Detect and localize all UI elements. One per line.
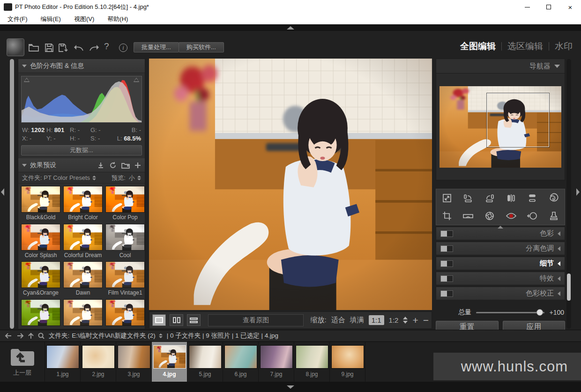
preset-item[interactable]: Film Vintage1 [105,261,145,297]
minimize-button[interactable] [516,0,538,14]
menu-view[interactable]: 视图(V) [74,15,94,23]
right-panel-scrollbar-thumb[interactable] [567,274,571,301]
preset-item-partial[interactable] [105,299,145,327]
preset-item[interactable]: Cyan&Orange [21,261,60,297]
section-color[interactable]: 色彩 [436,227,565,240]
shadow-clipping-icon[interactable] [24,78,30,82]
expand-section-icon[interactable] [558,246,560,251]
zoom-out-button[interactable]: − [423,315,429,325]
back-icon[interactable] [5,333,12,339]
undo-button[interactable] [73,42,85,53]
add-preset-icon[interactable] [134,162,141,169]
redo-button[interactable] [88,42,100,53]
right-panel-scrollbar[interactable] [566,59,571,329]
single-view-button[interactable] [152,314,166,326]
refresh-presets-icon[interactable] [109,162,117,169]
expand-section-icon[interactable] [558,291,560,296]
zoom-fill-button[interactable]: 填满 [350,316,364,325]
expand-section-icon[interactable] [558,261,560,266]
filmstrip-item[interactable]: 7.jpg [259,342,294,382]
collapse-right-panel-arrow[interactable] [576,188,580,196]
section-detail[interactable]: 细节 [436,257,565,270]
preset-item[interactable]: Color Pop [105,186,145,222]
menu-file[interactable]: 文件(F) [7,15,28,23]
resize-tool-icon[interactable] [442,193,452,203]
zoom-1-1-button[interactable]: 1:1 [369,315,384,325]
expand-section-icon[interactable] [558,231,560,236]
close-button[interactable]: × [559,0,581,14]
red-eye-tool-icon[interactable] [506,212,517,220]
section-split-toning[interactable]: 分离色调 [436,242,565,255]
menu-edit[interactable]: 编辑(E) [41,15,61,23]
zoom-fit-button[interactable]: 适合 [331,316,345,325]
search-icon[interactable] [38,333,45,339]
info-button[interactable]: i [117,42,129,53]
section-toggle[interactable] [440,245,453,252]
zoom-1-2-button[interactable]: 1:2 [389,316,399,324]
forward-icon[interactable] [16,333,24,339]
save-as-button[interactable] [57,42,69,53]
filmstrip-item[interactable]: 3.jpg [116,342,152,382]
preview-spinner-icon[interactable] [137,176,141,180]
filmstrip-item[interactable]: 8.jpg [294,342,330,382]
zoom-stepper[interactable] [403,317,408,324]
metadata-button[interactable]: 元数据... [21,145,142,155]
navigator-thumbnail[interactable] [439,86,561,168]
top-collapse-strip[interactable] [0,24,581,31]
filmstrip-item[interactable]: 2.jpg [81,342,116,382]
tab-full-edit[interactable]: 全图编辑 [460,40,496,52]
collapse-left-panel-arrow[interactable] [1,188,4,196]
expand-section-icon[interactable] [558,276,560,281]
aperture-tool-icon[interactable] [484,211,495,221]
import-preset-icon[interactable] [97,162,104,169]
preview-size-select[interactable]: 小 [129,174,135,181]
flip-vertical-tool-icon[interactable] [527,193,537,203]
path-spinner-icon[interactable] [159,333,163,338]
filmstrip-item[interactable]: 5.jpg [187,342,223,382]
preset-item[interactable]: Cool [105,224,145,260]
folder-path[interactable]: E:\临时文件\AI\新建文件夹 (2) [72,332,156,340]
image-canvas[interactable] [149,59,432,310]
filmstrip-item[interactable]: 9.jpg [330,342,365,382]
save-button[interactable] [43,42,55,53]
zoom-in-button[interactable]: + [412,315,418,325]
section-toggle[interactable] [440,275,453,282]
view-original-button[interactable]: 查看原图 [208,314,304,326]
split-horizontal-view-button[interactable] [187,314,201,326]
histogram[interactable] [21,76,142,123]
buy-software-button[interactable]: 购买软件... [179,42,224,52]
batch-process-button[interactable]: 批量处理... [134,42,179,52]
filmstrip-item[interactable]: 1.jpg [45,342,81,382]
tab-watermark[interactable]: 水印 [555,40,573,52]
preset-folder-select[interactable]: PT Color Presets [44,174,90,181]
section-toggle[interactable] [440,230,453,237]
filmstrip-item-selected[interactable]: 4.jpg [152,342,187,382]
tools-collapse-icon[interactable] [498,226,503,229]
flip-horizontal-tool-icon[interactable] [506,193,516,203]
adjust-circle-tool-icon[interactable] [527,211,538,221]
section-effects[interactable]: 特效 [436,272,565,285]
open-folder-button[interactable] [28,42,40,53]
preset-item[interactable]: Black&Gold [21,186,60,222]
presets-panel-header[interactable]: 效果预设 [18,158,145,172]
section-toggle[interactable] [440,290,453,297]
navigator-header[interactable]: 导航器 [436,59,565,74]
bottom-collapse-strip[interactable] [0,382,581,392]
preset-item-partial[interactable] [21,299,60,327]
split-vertical-view-button[interactable] [170,314,183,326]
rotate-ccw-tool-icon[interactable] [462,193,474,203]
preset-item[interactable]: Dawn [63,261,103,297]
section-toggle[interactable] [440,260,453,267]
straighten-tool-icon[interactable] [462,212,474,220]
new-preset-folder-icon[interactable] [121,162,130,169]
tab-selection-edit[interactable]: 选区编辑 [507,40,543,52]
up-folder-icon[interactable] [28,333,34,339]
crop-tool-icon[interactable] [442,211,452,221]
preset-item-partial[interactable] [63,299,103,327]
folder-spinner-icon[interactable] [92,176,96,180]
rotate-cw-tool-icon[interactable] [484,193,495,203]
distort-swirl-tool-icon[interactable] [549,193,559,203]
preset-item[interactable]: Bright Color [63,186,103,222]
preset-item[interactable]: Color Splash [21,224,60,260]
help-button[interactable]: ? [104,41,109,52]
